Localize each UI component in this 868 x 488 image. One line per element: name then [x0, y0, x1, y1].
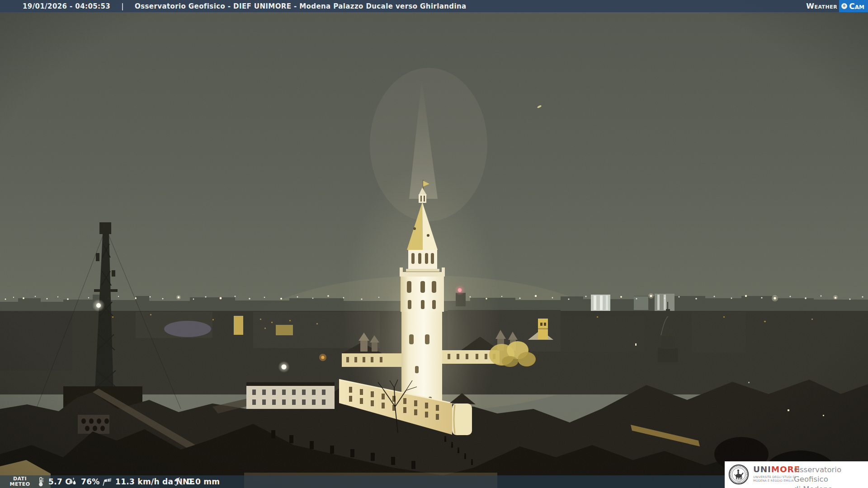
header-left: 19/01/2026 - 04:05:53 | Osservatorio Geo… [0, 2, 467, 10]
film-grain [0, 0, 868, 488]
thermometer-icon [36, 477, 45, 487]
university-subtitle: UNIVERSITÀ DEGLI STUDI DI MODENA E REGGI… [753, 475, 800, 483]
separator: | [121, 2, 124, 10]
seal-year: 1175 [736, 481, 741, 483]
dati-meteo-label: DATI METEO [6, 476, 33, 487]
umbrella-icon [174, 477, 184, 487]
rain-value: 0.0 mm [187, 477, 220, 486]
humidity-value: 76% [81, 477, 100, 486]
weathercam-logo: Weather Cam [806, 0, 868, 12]
night-cityscape-photo [0, 0, 868, 488]
unimore-seal-icon: 1175 [728, 464, 749, 487]
observatory-name: Osservatorio Geofisico di Modena [794, 465, 868, 488]
humidity-reading: 76% [68, 475, 100, 488]
weathercam-word: Weather [806, 2, 837, 10]
weathercam-badge: Cam [839, 0, 868, 12]
rain-reading: 0.0 mm [174, 475, 220, 488]
camera-lens-icon [841, 3, 847, 9]
windsock-icon [101, 477, 112, 487]
unimore-wordmark: UNIMORE UNIVERSITÀ DEGLI STUDI DI MODENA… [753, 465, 800, 483]
header-bar: 19/01/2026 - 04:05:53 | Osservatorio Geo… [0, 0, 868, 12]
humidity-drops-icon [68, 477, 78, 487]
temperature-reading: 5.7 C [36, 475, 71, 488]
unimore-uni-text: UNI [753, 465, 771, 474]
weathercam-cam: Cam [849, 2, 864, 11]
timestamp: 19/01/2026 - 04:05:53 [23, 2, 110, 10]
camera-title: Osservatorio Geofisico - DIEF UNIMORE - … [135, 2, 467, 10]
webcam-frame: 19/01/2026 - 04:05:53 | Osservatorio Geo… [0, 0, 868, 488]
unimore-branding: 1175 UNIMORE UNIVERSITÀ DEGLI STUDI DI M… [725, 461, 868, 488]
